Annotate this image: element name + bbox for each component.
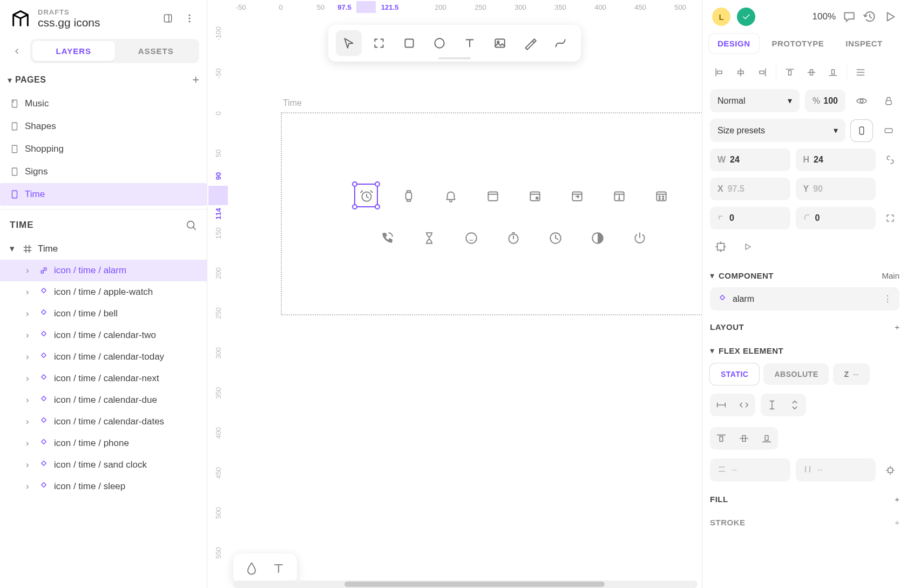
- back-button[interactable]: [8, 40, 26, 62]
- clip-content-icon[interactable]: [710, 236, 732, 258]
- panel-toggle-icon[interactable]: [160, 11, 175, 26]
- hsizing-fill-icon[interactable]: [733, 394, 755, 416]
- distribute-icon[interactable]: [851, 64, 870, 80]
- layer-item[interactable]: ›icon / time / calendar-next: [0, 368, 207, 389]
- align-left-icon[interactable]: [710, 64, 728, 80]
- tab-prototype[interactable]: PROTOTYPE: [763, 33, 833, 53]
- flex-static-tab[interactable]: STATIC: [710, 363, 759, 385]
- frame-name-label[interactable]: Time: [283, 98, 302, 108]
- floating-toolbar[interactable]: [328, 25, 581, 62]
- width-input[interactable]: W24: [710, 148, 790, 171]
- power-icon[interactable]: [632, 230, 648, 246]
- layer-item[interactable]: ›icon / time / apple-watch: [0, 281, 207, 303]
- radius-input[interactable]: 0: [796, 207, 876, 229]
- curve-tool[interactable]: [547, 30, 573, 56]
- valign-end-icon[interactable]: [755, 427, 778, 450]
- fill-section-header[interactable]: FILL+: [702, 485, 907, 508]
- calendar-two-icon[interactable]: [485, 188, 501, 204]
- apple-watch-icon[interactable]: [401, 188, 417, 204]
- file-title[interactable]: css.gg icons: [38, 16, 154, 29]
- droplet-icon[interactable]: [244, 561, 259, 576]
- blend-mode-dropdown[interactable]: Normal▾: [710, 89, 800, 112]
- page-item-time[interactable]: Time: [0, 183, 207, 206]
- typography-icon[interactable]: [271, 561, 286, 576]
- calendar-next-icon[interactable]: [569, 188, 585, 204]
- calendar-due-icon[interactable]: [611, 188, 627, 204]
- scrollbar-thumb[interactable]: [344, 582, 605, 587]
- align-bottom-icon[interactable]: [824, 64, 842, 80]
- clock-icon[interactable]: [547, 230, 564, 246]
- valign-start-icon[interactable]: [710, 427, 733, 450]
- add-layout-button[interactable]: +: [895, 322, 899, 332]
- rectangle-tool[interactable]: [396, 30, 422, 56]
- opacity-input[interactable]: %100: [805, 90, 845, 112]
- phone-icon[interactable]: [379, 230, 395, 246]
- add-fill-button[interactable]: +: [895, 495, 899, 504]
- tab-design[interactable]: DESIGN: [709, 33, 759, 53]
- align-right-icon[interactable]: [753, 64, 771, 80]
- z-index-input[interactable]: Z--: [833, 363, 869, 385]
- y-input[interactable]: Y90: [796, 178, 876, 200]
- calendar-dates-icon[interactable]: [653, 188, 669, 204]
- layer-item[interactable]: ›icon / time / calendar-dates: [0, 411, 207, 432]
- resize-handle[interactable]: [352, 181, 357, 187]
- landscape-icon[interactable]: [878, 120, 899, 141]
- margin-h-input[interactable]: --: [710, 458, 790, 482]
- resize-handle[interactable]: [375, 204, 380, 209]
- independent-corners-icon[interactable]: [881, 213, 899, 224]
- tab-layers[interactable]: LAYERS: [32, 41, 115, 61]
- margin-v-input[interactable]: --: [796, 458, 876, 482]
- margin-expand-icon[interactable]: [881, 465, 899, 476]
- hsizing-fix-icon[interactable]: [710, 394, 733, 416]
- layer-item[interactable]: ›icon / time / calendar-today: [0, 346, 207, 368]
- layer-item[interactable]: ›icon / time / calendar-due: [0, 389, 207, 411]
- image-tool[interactable]: [487, 30, 513, 56]
- valign-center-icon[interactable]: [733, 427, 755, 450]
- history-icon[interactable]: [863, 10, 877, 24]
- frame-item-time[interactable]: ▾ Time: [0, 238, 207, 260]
- color-text-palette[interactable]: [233, 553, 297, 584]
- user-avatar[interactable]: L: [712, 8, 730, 26]
- ellipse-tool[interactable]: [427, 30, 452, 56]
- resize-handle[interactable]: [375, 181, 380, 187]
- zoom-level[interactable]: 100%: [813, 11, 836, 22]
- frame-outline[interactable]: [281, 112, 702, 315]
- link-dimensions-icon[interactable]: [881, 154, 899, 165]
- timer-icon[interactable]: [505, 230, 522, 246]
- flex-section-header[interactable]: ▾FLEX ELEMENT: [702, 336, 907, 360]
- canvas[interactable]: -50 0 50 97.5 121.5 200 250 300 350 400 …: [207, 0, 702, 588]
- pen-tool[interactable]: [517, 30, 543, 56]
- play-icon[interactable]: [883, 10, 897, 24]
- play-small-icon[interactable]: [737, 236, 759, 258]
- bell-icon[interactable]: [443, 188, 459, 204]
- layout-section-header[interactable]: LAYOUT+: [702, 313, 907, 336]
- layer-item[interactable]: ›icon / time / alarm: [0, 260, 207, 281]
- more-icon[interactable]: [182, 11, 197, 26]
- sand-clock-icon[interactable]: [421, 230, 437, 246]
- more-icon[interactable]: ⋮: [883, 294, 892, 304]
- text-tool[interactable]: [457, 30, 483, 56]
- portrait-icon[interactable]: [851, 120, 872, 141]
- tab-assets[interactable]: ASSETS: [115, 41, 198, 61]
- frame-tool[interactable]: [366, 30, 392, 56]
- layer-item[interactable]: ›icon / time / sand clock: [0, 454, 207, 476]
- sleep-icon[interactable]: [463, 230, 479, 246]
- resize-handle[interactable]: [352, 204, 357, 209]
- align-top-icon[interactable]: [781, 64, 799, 80]
- layer-item[interactable]: ›icon / time / phone: [0, 432, 207, 454]
- canvas-viewport[interactable]: Time: [229, 14, 702, 577]
- visibility-icon[interactable]: [851, 90, 872, 112]
- search-icon[interactable]: [185, 219, 197, 231]
- vsizing-fill-icon[interactable]: [783, 394, 806, 416]
- page-item-music[interactable]: Music: [0, 92, 207, 115]
- horizontal-scrollbar[interactable]: [233, 580, 698, 588]
- pages-section-header[interactable]: ▾ PAGES +: [0, 67, 207, 92]
- calendar-today-icon[interactable]: [527, 188, 543, 204]
- size-presets-dropdown[interactable]: Size presets▾: [710, 119, 845, 142]
- page-item-shapes[interactable]: Shapes: [0, 115, 207, 138]
- tab-inspect[interactable]: INSPECT: [837, 33, 891, 53]
- component-section-header[interactable]: ▾COMPONENTMain: [702, 261, 907, 285]
- vsizing-fix-icon[interactable]: [761, 394, 783, 416]
- stroke-section-header[interactable]: STROKE+: [702, 508, 907, 531]
- lock-icon[interactable]: [878, 90, 899, 112]
